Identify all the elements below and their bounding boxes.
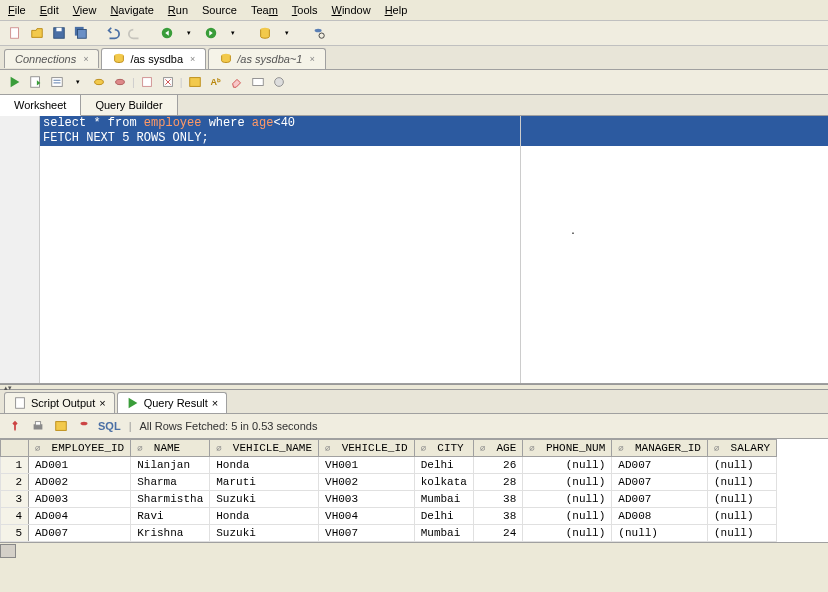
cell[interactable]: VH004	[319, 508, 415, 525]
column-header[interactable]: ∅ MANAGER_ID	[612, 440, 708, 457]
tab-conn2[interactable]: /as sysdba~1×	[208, 48, 325, 69]
cell[interactable]: AD007	[612, 491, 708, 508]
dropdown-icon[interactable]: ▾	[180, 24, 198, 42]
menu-file[interactable]: File	[8, 4, 26, 16]
cell[interactable]: kolkata	[414, 474, 473, 491]
cell[interactable]: (null)	[707, 457, 776, 474]
table-row[interactable]: 3AD003SharmisthaSuzukiVH003Mumbai38(null…	[1, 491, 777, 508]
save-icon[interactable]	[50, 24, 68, 42]
cell[interactable]: Nilanjan	[131, 457, 210, 474]
column-header[interactable]: ∅ AGE	[473, 440, 522, 457]
cell[interactable]: AD008	[612, 508, 708, 525]
menu-window[interactable]: Window	[331, 4, 370, 16]
menu-edit[interactable]: Edit	[40, 4, 59, 16]
cell[interactable]: AD003	[29, 491, 131, 508]
cell[interactable]: Ravi	[131, 508, 210, 525]
cell[interactable]: AD007	[612, 457, 708, 474]
refresh-icon[interactable]	[52, 417, 70, 435]
table-row[interactable]: 1AD001NilanjanHondaVH001Delhi26(null)AD0…	[1, 457, 777, 474]
cell[interactable]: AD002	[29, 474, 131, 491]
cell[interactable]: (null)	[612, 525, 708, 542]
sql-history-icon[interactable]	[186, 73, 204, 91]
column-header[interactable]: ∅ CITY	[414, 440, 473, 457]
cell[interactable]: VH002	[319, 474, 415, 491]
tab-query-result[interactable]: Query Result×	[117, 392, 228, 413]
cell[interactable]: Maruti	[210, 474, 319, 491]
sql-editor[interactable]: select * from employee where age<40 FETC…	[0, 116, 828, 384]
cell[interactable]: 38	[473, 491, 522, 508]
tab-connections[interactable]: Connections×	[4, 49, 99, 68]
cell[interactable]: (null)	[707, 508, 776, 525]
cell[interactable]: (null)	[523, 457, 612, 474]
autotrace-icon[interactable]: ▾	[69, 73, 87, 91]
run-script-icon[interactable]	[27, 73, 45, 91]
cell[interactable]: (null)	[523, 525, 612, 542]
column-header[interactable]: ∅ VEHICLE_NAME	[210, 440, 319, 457]
cell[interactable]: (null)	[523, 508, 612, 525]
dropdown3-icon[interactable]: ▾	[278, 24, 296, 42]
cell[interactable]: AD001	[29, 457, 131, 474]
to-upper-icon[interactable]: Aᵇ	[207, 73, 225, 91]
cell[interactable]: 24	[473, 525, 522, 542]
menu-help[interactable]: Help	[385, 4, 408, 16]
cell[interactable]: Delhi	[414, 508, 473, 525]
explain-icon[interactable]	[48, 73, 66, 91]
owa-icon[interactable]	[270, 73, 288, 91]
cell[interactable]: (null)	[523, 474, 612, 491]
menu-tools[interactable]: Tools	[292, 4, 318, 16]
cell[interactable]: 28	[473, 474, 522, 491]
scroll-thumb[interactable]	[0, 544, 16, 558]
db-small-icon[interactable]	[75, 417, 93, 435]
cell[interactable]: VH007	[319, 525, 415, 542]
tab-close-icon[interactable]: ×	[309, 54, 314, 64]
save-all-icon[interactable]	[72, 24, 90, 42]
column-header[interactable]: ∅ PHONE_NUM	[523, 440, 612, 457]
table-row[interactable]: 2AD002SharmaMarutiVH002kolkata28(null)AD…	[1, 474, 777, 491]
column-header[interactable]: ∅ EMPLOYEE_ID	[29, 440, 131, 457]
new-icon[interactable]	[6, 24, 24, 42]
cell[interactable]: VH003	[319, 491, 415, 508]
cell[interactable]: Sharma	[131, 474, 210, 491]
cell[interactable]: Mumbai	[414, 491, 473, 508]
cell[interactable]: AD007	[612, 474, 708, 491]
find-db-icon[interactable]	[310, 24, 328, 42]
tab-conn1[interactable]: /as sysdba×	[101, 48, 206, 69]
cell[interactable]: Krishna	[131, 525, 210, 542]
cell[interactable]: Mumbai	[414, 525, 473, 542]
cell[interactable]: 26	[473, 457, 522, 474]
dbms-output-icon[interactable]	[249, 73, 267, 91]
cell[interactable]: Honda	[210, 508, 319, 525]
db-icon[interactable]	[256, 24, 274, 42]
dropdown2-icon[interactable]: ▾	[224, 24, 242, 42]
cell[interactable]: Suzuki	[210, 525, 319, 542]
menu-source[interactable]: Source	[202, 4, 237, 16]
unshared-icon[interactable]	[138, 73, 156, 91]
menu-view[interactable]: View	[73, 4, 97, 16]
undo-icon[interactable]	[104, 24, 122, 42]
cell[interactable]: Suzuki	[210, 491, 319, 508]
cell[interactable]: (null)	[707, 491, 776, 508]
cell[interactable]: Sharmistha	[131, 491, 210, 508]
eraser-icon[interactable]	[228, 73, 246, 91]
tab-query-builder[interactable]: Query Builder	[81, 95, 177, 115]
table-row[interactable]: 4AD004RaviHondaVH004Delhi38(null)AD008(n…	[1, 508, 777, 525]
cell[interactable]: (null)	[523, 491, 612, 508]
rollback-icon[interactable]	[111, 73, 129, 91]
cell[interactable]: AD004	[29, 508, 131, 525]
cell[interactable]: AD007	[29, 525, 131, 542]
menu-navigate[interactable]: Navigate	[110, 4, 153, 16]
back-icon[interactable]	[158, 24, 176, 42]
redo-icon[interactable]	[126, 24, 144, 42]
table-row[interactable]: 5AD007KrishnaSuzukiVH007Mumbai24(null)(n…	[1, 525, 777, 542]
tab-close-icon[interactable]: ×	[190, 54, 195, 64]
cell[interactable]: Delhi	[414, 457, 473, 474]
cell[interactable]: (null)	[707, 474, 776, 491]
commit-icon[interactable]	[90, 73, 108, 91]
menu-run[interactable]: Run	[168, 4, 188, 16]
tab-script-output[interactable]: Script Output×	[4, 392, 115, 413]
open-icon[interactable]	[28, 24, 46, 42]
clear-icon[interactable]	[159, 73, 177, 91]
pin-icon[interactable]	[6, 417, 24, 435]
column-header[interactable]: ∅ VEHICLE_ID	[319, 440, 415, 457]
column-header[interactable]: ∅ SALARY	[707, 440, 776, 457]
